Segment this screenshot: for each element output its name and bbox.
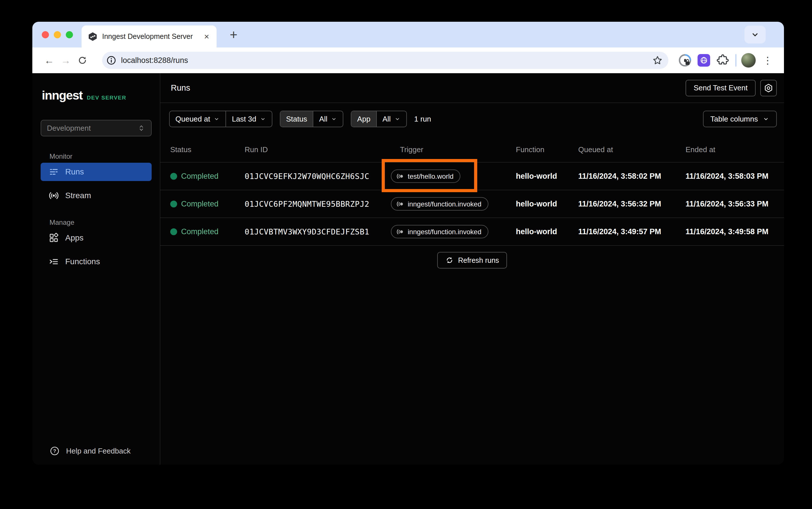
send-test-event-button[interactable]: Send Test Event bbox=[686, 80, 756, 96]
app-filter-label: App bbox=[351, 111, 376, 127]
inngest-favicon-icon bbox=[88, 32, 98, 41]
window-zoom-button[interactable] bbox=[66, 31, 73, 38]
apps-grid-icon bbox=[48, 233, 59, 243]
status-cell: Completed bbox=[170, 172, 219, 181]
trigger-name: test/hello.world bbox=[408, 172, 454, 180]
chevron-down-icon bbox=[762, 115, 769, 123]
gear-icon bbox=[764, 83, 773, 93]
queued-at-cell: 11/16/2024, 3:49:57 PM bbox=[578, 227, 661, 236]
runs-icon bbox=[48, 167, 59, 177]
settings-button[interactable] bbox=[760, 80, 777, 96]
tab-close-icon[interactable]: × bbox=[203, 32, 210, 41]
sidebar: inngest DEV SERVER Development Monitor bbox=[32, 73, 160, 465]
trigger-cell: test/hello.world bbox=[391, 170, 460, 183]
trigger-name: inngest/function.invoked bbox=[408, 200, 482, 208]
profile-avatar[interactable] bbox=[741, 53, 756, 68]
selector-chevrons-icon bbox=[137, 124, 145, 132]
new-tab-button[interactable]: + bbox=[230, 22, 237, 47]
header-actions: Send Test Event bbox=[686, 80, 777, 96]
window-close-button[interactable] bbox=[42, 31, 49, 38]
status-dot-completed bbox=[170, 200, 177, 207]
password-manager-extension-icon[interactable] bbox=[677, 52, 693, 68]
status-text: Completed bbox=[181, 172, 219, 181]
status-text: Completed bbox=[181, 227, 219, 236]
refresh-runs-label: Refresh runs bbox=[458, 256, 499, 265]
status-cell: Completed bbox=[170, 200, 219, 208]
run-id-cell[interactable]: 01JCVBTMV3WXY9D3CFDEJFZSB1 bbox=[245, 227, 369, 236]
window-minimize-button[interactable] bbox=[54, 31, 61, 38]
browser-tab[interactable]: Inngest Development Server × bbox=[82, 26, 217, 47]
run-count: 1 run bbox=[414, 115, 431, 124]
status-filter-value: All bbox=[319, 115, 327, 124]
help-label: Help and Feedback bbox=[66, 447, 130, 455]
sidebar-item-functions[interactable]: Functions bbox=[41, 252, 152, 271]
queued-at-cell: 11/16/2024, 3:56:32 PM bbox=[578, 200, 661, 208]
app-filter-dropdown[interactable]: All bbox=[376, 111, 406, 127]
table-row[interactable]: Completed 01JCVBTMV3WXY9D3CFDEJFZSB1 inn… bbox=[160, 218, 784, 246]
sidebar-item-apps[interactable]: Apps bbox=[41, 229, 152, 247]
trigger-badge[interactable]: inngest/function.invoked bbox=[391, 197, 488, 211]
help-and-feedback-link[interactable]: ? Help and Feedback bbox=[50, 446, 130, 456]
window-controls bbox=[42, 22, 73, 47]
function-cell: hello-world bbox=[516, 172, 557, 181]
filter-bar: Queued at Last 3d Status All bbox=[160, 103, 784, 135]
chevron-down-icon bbox=[214, 116, 220, 122]
environment-selector-value: Development bbox=[47, 124, 91, 133]
chevron-down-icon bbox=[394, 116, 400, 122]
column-header-status: Status bbox=[170, 145, 191, 154]
trigger-badge[interactable]: inngest/function.invoked bbox=[391, 225, 488, 238]
sidebar-item-runs[interactable]: Runs bbox=[41, 163, 152, 181]
function-cell: hello-world bbox=[516, 200, 557, 208]
event-signal-icon bbox=[396, 172, 404, 180]
site-info-icon[interactable] bbox=[105, 54, 118, 67]
sidebar-item-label: Apps bbox=[65, 233, 84, 242]
trigger-cell: inngest/function.invoked bbox=[391, 225, 488, 238]
run-id-cell[interactable]: 01JCVC6PF2MQNMTWE95BBRZPJ2 bbox=[245, 200, 369, 208]
address-bar[interactable]: localhost:8288/runs bbox=[102, 52, 669, 69]
status-cell: Completed bbox=[170, 227, 219, 236]
time-range-dropdown[interactable]: Last 3d bbox=[225, 111, 271, 127]
ended-at-cell: 11/16/2024, 3:58:03 PM bbox=[686, 172, 769, 181]
table-row[interactable]: Completed 01JCVC9EFKJ2W70WQHC6ZH6SJC tes… bbox=[160, 162, 784, 190]
run-id-cell[interactable]: 01JCVC9EFKJ2W70WQHC6ZH6SJC bbox=[245, 172, 369, 181]
time-filter: Queued at Last 3d bbox=[169, 111, 272, 127]
trigger-cell: inngest/function.invoked bbox=[391, 197, 488, 211]
time-field-dropdown[interactable]: Queued at bbox=[170, 111, 225, 127]
table-row[interactable]: Completed 01JCVC6PF2MQNMTWE95BBRZPJ2 inn… bbox=[160, 190, 784, 218]
ended-at-cell: 11/16/2024, 3:49:58 PM bbox=[686, 227, 769, 236]
svg-text:?: ? bbox=[53, 448, 56, 454]
tab-title: Inngest Development Server bbox=[102, 32, 198, 41]
time-range-value: Last 3d bbox=[232, 115, 256, 124]
desktop-background: Inngest Development Server × + ← → bbox=[0, 0, 812, 509]
trigger-badge[interactable]: test/hello.world bbox=[391, 170, 460, 183]
refresh-icon bbox=[445, 256, 454, 265]
table-header: Status Run ID Trigger Function Queued at… bbox=[160, 135, 784, 162]
sidebar-item-stream[interactable]: Stream bbox=[41, 186, 152, 205]
table-columns-button[interactable]: Table columns bbox=[703, 111, 777, 127]
refresh-runs-button[interactable]: Refresh runs bbox=[437, 252, 507, 269]
browser-menu-kebab-icon[interactable]: ⋮ bbox=[760, 55, 775, 66]
extensions-puzzle-icon[interactable] bbox=[715, 52, 731, 68]
status-text: Completed bbox=[181, 200, 219, 208]
trigger-name: inngest/function.invoked bbox=[408, 228, 482, 236]
purple-extension-badge bbox=[697, 54, 710, 67]
status-filter: Status All bbox=[280, 111, 344, 127]
column-header-function: Function bbox=[516, 145, 545, 154]
column-header-run-id: Run ID bbox=[245, 145, 268, 154]
browser-toolbar: ← → localhost:8288/runs bbox=[32, 47, 784, 73]
column-header-ended-at: Ended at bbox=[686, 145, 715, 154]
help-icon: ? bbox=[50, 446, 60, 456]
reload-button[interactable] bbox=[74, 52, 91, 69]
back-button[interactable]: ← bbox=[41, 52, 58, 69]
status-filter-dropdown[interactable]: All bbox=[313, 111, 343, 127]
web-extension-icon[interactable] bbox=[696, 52, 712, 68]
nav-section-manage: Manage bbox=[50, 218, 160, 227]
environment-selector[interactable]: Development bbox=[41, 120, 152, 136]
url-text[interactable]: localhost:8288/runs bbox=[121, 56, 651, 65]
sidebar-item-label: Functions bbox=[65, 257, 100, 266]
refresh-row: Refresh runs bbox=[160, 252, 784, 269]
chevron-down-icon bbox=[331, 116, 337, 122]
tab-search-button[interactable] bbox=[745, 26, 766, 43]
bookmark-star-icon[interactable] bbox=[651, 54, 664, 67]
runs-page: Runs Send Test Event bbox=[160, 73, 784, 465]
